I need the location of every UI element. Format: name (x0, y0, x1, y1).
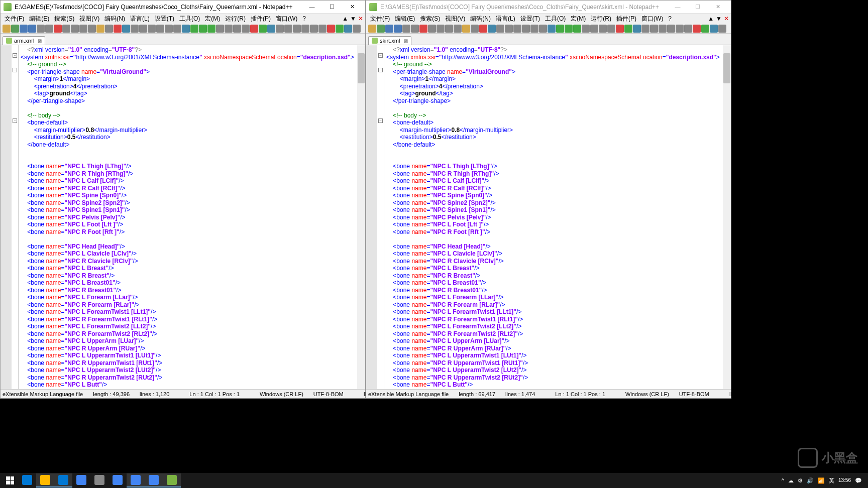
toolbar-button-18[interactable] (522, 25, 530, 33)
taskbar-app-7[interactable] (145, 473, 163, 487)
toolbar-button-17[interactable] (513, 25, 521, 33)
toolbar-button-27[interactable] (233, 25, 241, 33)
menu-插件(P)[interactable]: 插件(P) (614, 14, 638, 24)
toolbar-button-15[interactable] (496, 25, 504, 33)
titlebar-left[interactable]: E:\GAMES(E)\Test\mods\[COCO] Fairy Queen… (1, 1, 365, 14)
toolbar-button-37[interactable] (318, 25, 327, 33)
editor-right[interactable]: − − − <?xml version="1.0" encoding="UTF-… (366, 45, 731, 389)
toolbar-button-0[interactable] (368, 25, 376, 33)
file-tab[interactable]: skirt.xml ⊠ (368, 36, 411, 45)
close-button[interactable]: ✕ (342, 1, 362, 13)
toolbar-button-20[interactable] (539, 25, 547, 33)
menu-?[interactable]: ? (666, 14, 674, 23)
vertical-scrollbar[interactable] (723, 45, 731, 389)
menu-编辑(E)[interactable]: 编辑(E) (393, 14, 417, 24)
code-area[interactable]: <?xml version="1.0" encoding="UTF-8"?><s… (384, 45, 731, 389)
toolbar-button-30[interactable] (259, 25, 267, 33)
fold-toggle[interactable]: − (378, 53, 383, 58)
toolbar-button-16[interactable] (505, 25, 513, 33)
tray-network-icon[interactable]: 📶 (818, 477, 825, 484)
toolbar-button-41[interactable] (718, 25, 726, 33)
toolbar-button-8[interactable] (437, 25, 445, 33)
toolbar-button-34[interactable] (659, 25, 667, 33)
toolbar-button-2[interactable] (20, 25, 28, 33)
menu-工具(O)[interactable]: 工具(O) (177, 14, 202, 24)
start-button[interactable] (2, 473, 18, 487)
taskbar-app-4[interactable] (90, 473, 108, 487)
toolbar-button-39[interactable] (701, 25, 709, 33)
scroll-thumb[interactable] (358, 53, 365, 83)
toolbar-button-21[interactable] (182, 25, 190, 33)
toolbar-button-9[interactable] (79, 25, 87, 33)
toolbar-button-9[interactable] (445, 25, 453, 33)
toolbar-button-28[interactable] (607, 25, 615, 33)
toolbar-button-29[interactable] (616, 25, 624, 33)
fold-toggle[interactable]: − (378, 68, 383, 72)
toolbar-button-25[interactable] (216, 25, 224, 33)
scroll-thumb[interactable] (723, 53, 730, 83)
toolbar-button-5[interactable] (411, 25, 419, 33)
menu-?[interactable]: ? (300, 14, 308, 23)
toolbar-button-39[interactable] (336, 25, 344, 33)
toolbar-button-22[interactable] (190, 25, 198, 33)
toolbar-button-19[interactable] (530, 25, 538, 33)
menu-视图(V)[interactable]: 视图(V) (443, 14, 467, 24)
toolbar-button-27[interactable] (599, 25, 607, 33)
toolbar-button-11[interactable] (462, 25, 470, 33)
toolbar-button-32[interactable] (641, 25, 649, 33)
toolbar-button-34[interactable] (293, 25, 301, 33)
toolbar-button-7[interactable] (62, 25, 70, 33)
toolbar-button-1[interactable] (377, 25, 385, 33)
menu-视图(V)[interactable]: 视图(V) (77, 14, 101, 24)
toolbar-button-37[interactable] (684, 25, 692, 33)
editor-left[interactable]: − − − <?xml version="1.0" encoding="UTF-… (1, 45, 365, 389)
menu-搜索(S)[interactable]: 搜索(S) (418, 14, 442, 24)
toolbar-button-24[interactable] (573, 25, 581, 33)
toolbar-button-38[interactable] (327, 25, 335, 33)
toolbar-button-40[interactable] (344, 25, 352, 33)
toolbar-button-25[interactable] (582, 25, 590, 33)
toolbar-button-12[interactable] (105, 25, 113, 33)
taskbar-app-8[interactable] (163, 473, 181, 487)
toolbar-button-36[interactable] (676, 25, 684, 33)
fold-toggle[interactable]: − (13, 53, 17, 58)
menu-extra[interactable]: ▼ (350, 15, 356, 22)
toolbar-button-29[interactable] (250, 25, 258, 33)
menu-搜索(S)[interactable]: 搜索(S) (52, 14, 76, 24)
taskbar-app-3[interactable] (72, 473, 90, 487)
tray-volume-icon[interactable]: 🔊 (807, 477, 814, 484)
toolbar-button-41[interactable] (353, 25, 361, 33)
toolbar-button-3[interactable] (394, 25, 402, 33)
toolbar-button-12[interactable] (471, 25, 479, 33)
toolbar-button-19[interactable] (165, 25, 173, 33)
menu-编辑(E)[interactable]: 编辑(E) (27, 14, 51, 24)
toolbar-button-13[interactable] (114, 25, 122, 33)
code-area[interactable]: <?xml version="1.0" encoding="UTF-8"?><s… (19, 45, 365, 389)
toolbar-button-0[interactable] (3, 25, 11, 33)
toolbar-button-31[interactable] (633, 25, 641, 33)
toolbar-button-10[interactable] (454, 25, 462, 33)
toolbar-button-21[interactable] (548, 25, 556, 33)
toolbar-button-36[interactable] (310, 25, 318, 33)
fold-toggle[interactable]: − (13, 68, 17, 72)
toolbar-button-2[interactable] (385, 25, 393, 33)
toolbar-button-23[interactable] (565, 25, 573, 33)
menu-工具(O)[interactable]: 工具(O) (543, 14, 568, 24)
menu-编码(N)[interactable]: 编码(N) (468, 14, 493, 24)
clock[interactable]: 13:56 (838, 477, 851, 483)
toolbar-button-26[interactable] (590, 25, 598, 33)
menu-设置(T)[interactable]: 设置(T) (518, 14, 542, 24)
menu-文件(F)[interactable]: 文件(F) (3, 14, 26, 24)
toolbar-button-4[interactable] (402, 25, 410, 33)
menu-运行(R)[interactable]: 运行(R) (223, 14, 248, 24)
minimize-button[interactable]: — (302, 1, 322, 13)
menu-窗口(W)[interactable]: 窗口(W) (639, 14, 665, 24)
toolbar-button-11[interactable] (96, 25, 104, 33)
taskbar-app-1[interactable] (36, 473, 54, 487)
minimize-button[interactable]: — (668, 1, 688, 13)
toolbar-button-1[interactable] (11, 25, 19, 33)
vertical-scrollbar[interactable] (357, 45, 365, 389)
toolbar-button-40[interactable] (710, 25, 718, 33)
toolbar-button-4[interactable] (37, 25, 45, 33)
ime-indicator[interactable]: 英 (829, 477, 834, 484)
